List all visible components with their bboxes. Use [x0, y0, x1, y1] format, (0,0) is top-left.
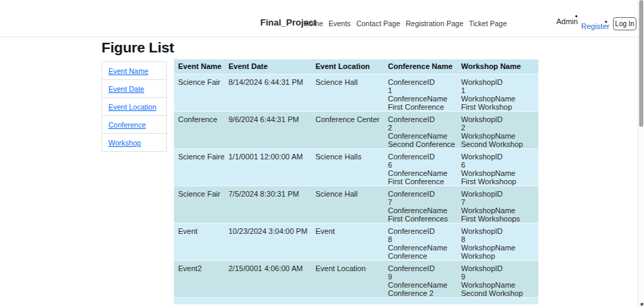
cell-workshop: WorkshopID 2 WorkshopName Second Worksho… [457, 111, 538, 148]
workshop-name-label: WorkshopName [461, 206, 536, 215]
cell-event-name: Conference [174, 111, 224, 148]
conference-name-value: First Conference [388, 103, 455, 111]
conference-name-value: Conference [388, 252, 455, 260]
workshop-name-label: WorkshopName [461, 169, 536, 177]
cell-event-location: Science Hall [311, 74, 384, 111]
sidebar-item-conference[interactable]: Conference [101, 115, 167, 134]
cell-workshop: WorkshopID 8 WorkshopName Workshop [457, 223, 538, 260]
nav-link-registration-page[interactable]: Registration Page [406, 19, 463, 28]
sidebar-item-event-location[interactable]: Event Location [101, 97, 167, 116]
workshop-name-value: First Workshop [461, 103, 536, 111]
events-table-wrap: Event Name Event Date Event Location Con… [174, 59, 538, 304]
conference-id-value: 9 [388, 273, 455, 281]
column-header-conference-name: Conference Name [384, 59, 457, 74]
conference-id-label: ConferenceID [388, 78, 455, 86]
cell-event-location: Event [311, 223, 384, 260]
table-row: Science Fair 8/14/2024 6:44:31 PM Scienc… [174, 74, 538, 111]
conference-name-value: Conference 2 [388, 289, 455, 297]
workshop-name-value: Workshop [461, 252, 536, 260]
workshop-name-label: WorkshopName [461, 244, 536, 252]
sidebar-link-workshop[interactable]: Workshop [108, 139, 141, 147]
nav-link-events[interactable]: Events [329, 19, 351, 28]
cell-event-name: Event2 [174, 260, 224, 297]
cell-event-date: 10/23/2024 3:04:00 PM [224, 223, 311, 260]
workshop-name-value: First Workshoop [461, 177, 536, 186]
table-row: Event2 2/15/0001 4:06:00 AM Event Locati… [174, 260, 538, 297]
conference-id-value: 6 [388, 161, 455, 169]
table-row: Science Faire 1/1/0001 12:00:00 AM Scien… [174, 148, 538, 186]
conference-name-value: First Conference [388, 177, 455, 186]
navbar: Final_Project Home Events Contact Page R… [0, 0, 644, 37]
cell-workshop: WorkshopID 7 WorkshopName First Workshoo… [457, 186, 538, 223]
workshop-id-label: WorkshopID [461, 264, 536, 273]
cell-event-location: Event Location [311, 260, 384, 297]
sidebar-item-event-date[interactable]: Event Date [101, 79, 167, 98]
workshop-name-value: First Workshoops [461, 215, 536, 223]
cell-event-date: 1/1/0001 12:00:00 AM [224, 148, 311, 186]
column-header-workshop-name: Workshop Name [457, 59, 538, 74]
conference-id-value: 7 [388, 198, 455, 206]
conference-name-label: ConferenceName [388, 95, 455, 103]
cell-event-name: Science Faire [174, 148, 224, 186]
table-partial-row [174, 297, 538, 304]
nav-link-ticket-page[interactable]: Ticket Page [469, 19, 507, 28]
conference-id-value: 1 [388, 86, 455, 95]
cell-event-location: Science Halls [311, 148, 384, 186]
conference-id-label: ConferenceID [388, 264, 455, 273]
sidebar-link-event-name[interactable]: Event Name [108, 67, 148, 75]
scrollbar-thumb[interactable] [639, 0, 643, 127]
cell-event-location: Conference Center [311, 111, 384, 148]
cell-event-date: 8/14/2024 6:44:31 PM [224, 74, 311, 111]
workshop-id-label: WorkshopID [461, 115, 536, 123]
workshop-name-label: WorkshopName [461, 132, 536, 140]
cell-workshop: WorkshopID 9 WorkshopName Second Worksho… [457, 260, 538, 297]
vertical-scrollbar[interactable] [638, 0, 644, 307]
cell-conference: ConferenceID 2 ConferenceName Second Con… [384, 111, 457, 148]
workshop-name-value: Second Workshop [461, 289, 536, 297]
sidebar-link-conference[interactable]: Conference [108, 121, 146, 129]
conference-name-label: ConferenceName [388, 169, 455, 177]
cell-event-date: 2/15/0001 4:06:00 AM [224, 260, 311, 297]
table-header-row: Event Name Event Date Event Location Con… [174, 59, 538, 74]
events-table: Event Name Event Date Event Location Con… [174, 59, 538, 304]
cell-conference: ConferenceID 9 ConferenceName Conference… [384, 260, 457, 297]
cell-event-location: Science Hall [311, 186, 384, 223]
scrollbar-bottom-mark [641, 303, 643, 306]
sidebar-item-workshop[interactable]: Workshop [101, 133, 167, 152]
table-row: Conference 9/6/2024 6:44:31 PM Conferenc… [174, 111, 538, 148]
conference-name-label: ConferenceName [388, 132, 455, 140]
workshop-id-label: WorkshopID [461, 190, 536, 198]
sidebar-link-event-date[interactable]: Event Date [108, 85, 144, 93]
cell-event-name: Event [174, 223, 224, 260]
cell-event-name: Science Fair [174, 186, 224, 223]
workshop-id-value: 2 [461, 123, 536, 132]
column-header-event-location: Event Location [311, 59, 384, 74]
workshop-id-label: WorkshopID [461, 78, 536, 86]
login-button[interactable]: Log In [613, 17, 636, 30]
workshop-id-value: 1 [461, 86, 536, 95]
table-row: Event 10/23/2024 3:04:00 PM Event Confer… [174, 223, 538, 260]
workshop-id-value: 6 [461, 161, 536, 169]
sidebar-item-event-name[interactable]: Event Name [101, 61, 167, 80]
cell-workshop: WorkshopID 1 WorkshopName First Workshop [457, 74, 538, 111]
cell-event-date: 9/6/2024 6:44:31 PM [224, 111, 311, 148]
cell-conference: ConferenceID 8 ConferenceName Conference [384, 223, 457, 260]
table-row: Science Fair 7/5/2024 8:30:31 PM Science… [174, 186, 538, 223]
separator-dot: • [575, 14, 578, 18]
cell-conference: ConferenceID 6 ConferenceName First Conf… [384, 148, 457, 186]
workshop-id-label: WorkshopID [461, 227, 536, 235]
cell-event-name: Science Fair [174, 74, 224, 111]
nav-link-contact-page[interactable]: Contact Page [356, 19, 400, 28]
column-header-event-date: Event Date [224, 59, 311, 74]
cell-conference: ConferenceID 7 ConferenceName First Conf… [384, 186, 457, 223]
workshop-id-value: 7 [461, 198, 536, 206]
conference-name-label: ConferenceName [388, 206, 455, 215]
conference-name-label: ConferenceName [388, 281, 455, 289]
conference-id-value: 8 [388, 235, 455, 244]
workshop-name-value: Second Workshop [461, 140, 536, 148]
conference-id-label: ConferenceID [388, 152, 455, 161]
workshop-id-label: WorkshopID [461, 152, 536, 161]
page: Final_Project Home Events Contact Page R… [0, 0, 644, 307]
nav-link-home[interactable]: Home [304, 19, 323, 28]
sidebar-link-event-location[interactable]: Event Location [108, 103, 156, 111]
